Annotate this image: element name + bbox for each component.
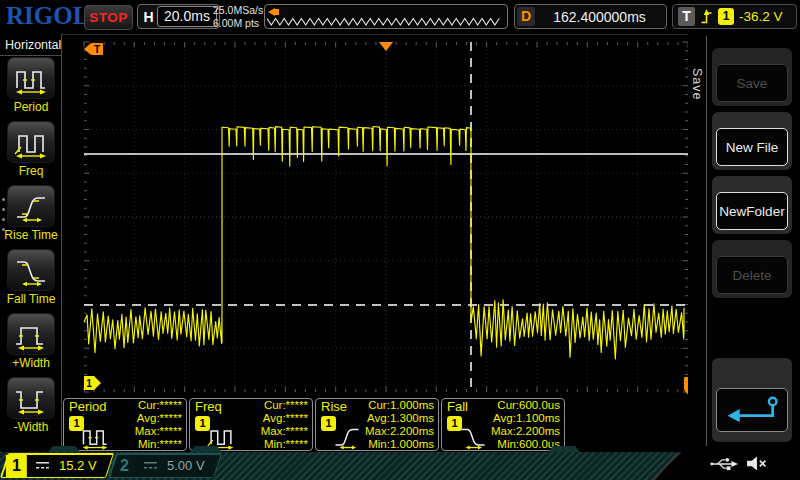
channel-2-scale: 5.00 V [167,458,205,473]
trigger-position-offscreen-marker: T [84,43,103,55]
measurement-stats: Cur:1.000ms Avg:1.300ms Max:2.200ms Min:… [365,399,434,451]
menu-page-dot [2,228,5,231]
memory-waveform-preview [264,4,508,29]
horizontal-timebase-block: H 20.0ms [137,4,220,29]
delete-button[interactable]: Delete [716,256,788,294]
measurement-name: Period [69,399,107,414]
freq-icon [13,125,49,159]
menu-item-freq[interactable] [8,122,54,162]
return-button[interactable] [716,388,788,432]
minus-width-icon [13,381,49,415]
svg-text:1: 1 [86,378,92,389]
plus-width-icon [13,317,49,351]
usb-icon [710,456,738,472]
trigger-position-arrow-tail [275,9,279,15]
acquisition-info: 25.0MSa/s 6.00M pts [213,4,263,29]
channel-1-badge[interactable]: 1 15.2 V [0,453,114,478]
channel-1-ground-marker: 1 [84,376,101,390]
dc-coupling-icon [143,460,158,471]
trigger-label: T [678,7,695,26]
menu-page-dot [2,218,5,221]
measurement-stats: Cur:600.0us Avg:1.100ms Max:2.200ms Min:… [491,399,560,451]
menu-item-period[interactable] [8,58,54,98]
status-icons [710,455,767,472]
right-soft-menu: Save Save New File NewFolder Delete [688,34,800,452]
horizontal-label: H [140,9,157,25]
measurement-stats: Cur:***** Avg:***** Max:***** Min:***** [135,399,182,451]
horizontal-center-marker [379,42,393,51]
delay-offset-block: D 162.400000ms [514,4,667,29]
delay-value: 162.400000ms [535,9,664,25]
memory-depth: 6.00M pts [213,17,263,30]
measurement-name: Rise [321,399,347,414]
save-button[interactable]: Save [716,64,788,102]
new-file-button[interactable]: New File [716,128,788,166]
menu-item-period-label: Period [0,100,62,114]
menu-title: Horizontal [0,34,61,56]
measurement-name: Fall [447,399,468,414]
menu-tab-save: Save [690,68,704,101]
rise-time-icon [329,422,365,450]
svg-text:T: T [94,44,100,55]
oscilloscope-screen: RIGOL STOP H 20.0ms 25.0MSa/s 6.00M pts … [0,0,800,480]
bottom-bar-notch [48,446,80,452]
menu-item-minus-width-label: -Width [0,420,62,434]
dc-coupling-icon [34,460,49,471]
trigger-status-block: T 1 -36.2 V [672,4,797,29]
measurement-name: Freq [195,399,222,414]
fall-time-icon [13,253,49,287]
measurement-panel-period: Period 1 Cur:***** Avg:***** Max:***** M… [63,398,187,451]
menu-page-dot [2,198,5,201]
menu-item-fall-time[interactable] [8,250,54,290]
bottom-bar-notch [190,446,222,452]
bottom-bar-notch [548,446,580,452]
measurement-stats: Cur:***** Avg:***** Max:***** Min:***** [261,399,308,451]
trigger-position-arrow-icon [268,8,275,16]
menu-item-minus-width[interactable] [8,378,54,418]
measurement-panel-freq: Freq 1 Cur:***** Avg:***** Max:***** Min… [189,398,313,451]
delay-label: D [517,7,535,26]
measurement-panel-rise: Rise 1 Cur:1.000ms Avg:1.300ms Max:2.200… [315,398,439,451]
brand-logo: RIGOL [6,2,89,30]
channel-2-badge[interactable]: 2 5.00 V [108,453,222,478]
menu-item-plus-width-label: +Width [0,356,62,370]
menu-item-plus-width[interactable] [8,314,54,354]
period-icon [13,61,49,95]
period-icon [77,422,113,450]
speaker-muted-icon [746,455,767,472]
new-folder-button[interactable]: NewFolder [716,192,788,230]
left-function-menu: Horizontal Period Freq [0,34,62,452]
return-arrow-icon [723,394,781,426]
trigger-source-badge: 1 [718,8,734,25]
run-state-badge: STOP [84,5,133,30]
fall-time-icon [455,422,491,450]
preview-waveform [267,16,505,28]
menu-page-dot [2,208,5,211]
channel-2-number: 2 [114,455,135,477]
trigger-level-value: -36.2 V [739,9,783,24]
top-status-bar: RIGOL STOP H 20.0ms 25.0MSa/s 6.00M pts … [0,0,800,35]
menu-item-freq-label: Freq [0,164,62,178]
measurement-panel-fall: Fall 1 Cur:600.0us Avg:1.100ms Max:2.200… [441,398,565,451]
sample-rate: 25.0MSa/s [213,4,263,17]
rise-time-icon [13,189,49,223]
menu-tab-border [706,36,707,446]
menu-item-rise-time[interactable] [8,186,54,226]
menu-item-rise-time-label: Rise Time [0,228,62,242]
channel-1-scale: 15.2 V [59,458,97,473]
scope-display: TT1 [84,42,688,392]
rising-edge-icon [700,8,713,26]
channel-1-number: 1 [6,455,27,477]
timebase-value: 20.0ms [157,6,217,27]
menu-item-fall-time-label: Fall Time [0,292,62,306]
